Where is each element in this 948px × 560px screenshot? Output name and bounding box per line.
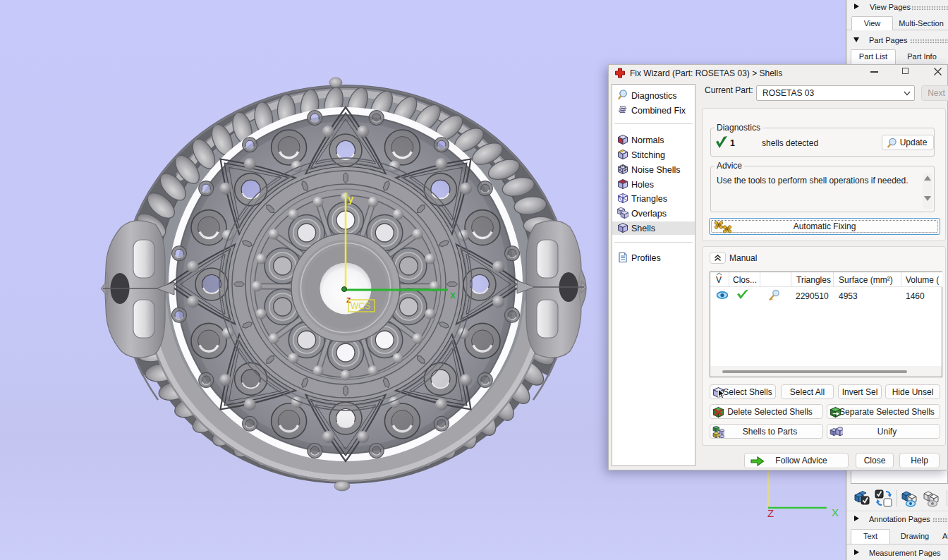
svg-text:X: X (832, 506, 839, 518)
svg-text:Z: Z (767, 507, 774, 519)
